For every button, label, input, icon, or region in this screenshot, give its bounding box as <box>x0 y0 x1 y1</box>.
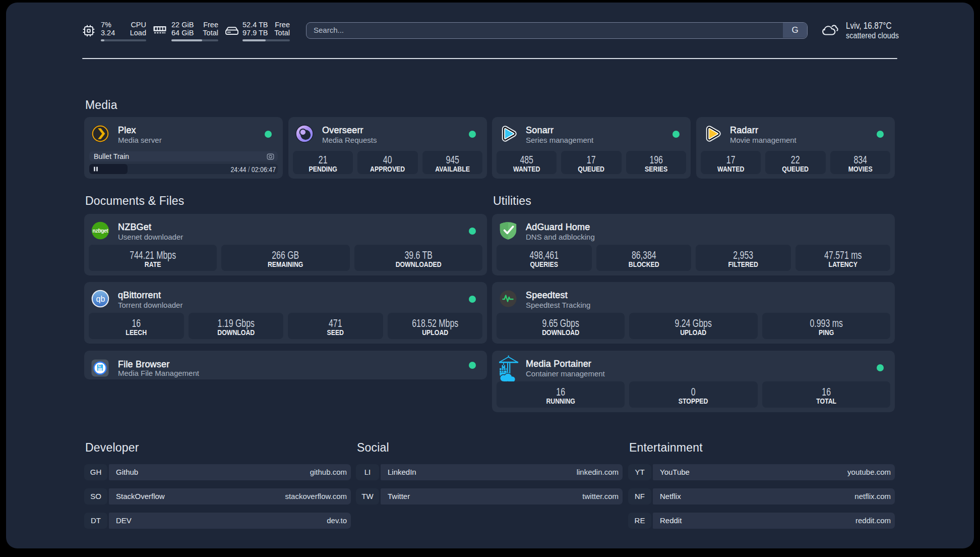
svg-text:nzbget: nzbget <box>93 228 109 234</box>
svg-text:qb: qb <box>96 295 105 303</box>
